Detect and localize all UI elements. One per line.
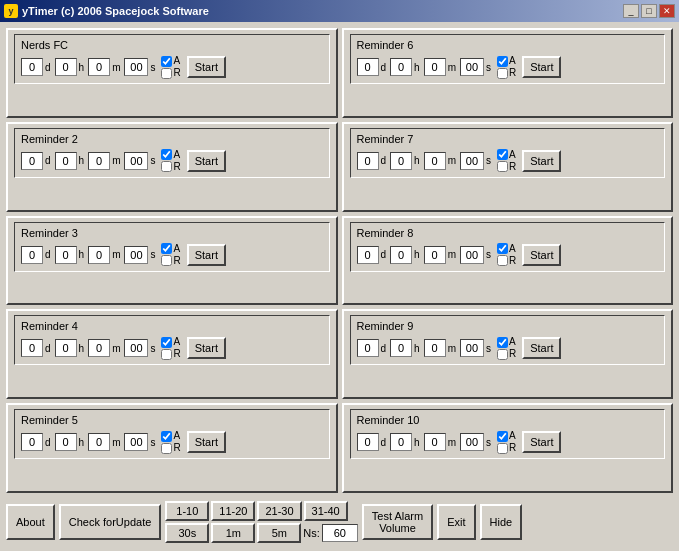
time-1m-button[interactable]: 1m xyxy=(211,523,255,543)
timer-10-name: Reminder 10 xyxy=(357,414,659,426)
timer-1-hours[interactable] xyxy=(55,58,77,76)
timer-5-check-a[interactable] xyxy=(161,431,172,442)
timer-3-seconds[interactable] xyxy=(124,246,148,264)
timer-8-seconds[interactable] xyxy=(460,246,484,264)
timer-9-seconds[interactable] xyxy=(460,339,484,357)
timer-8-check-r[interactable] xyxy=(497,255,508,266)
timer-1-days[interactable] xyxy=(21,58,43,76)
timer-4-days[interactable] xyxy=(21,339,43,357)
timer-4-check-r[interactable] xyxy=(161,349,172,360)
timer-10-hours[interactable] xyxy=(390,433,412,451)
ns-label: Ns: xyxy=(303,527,320,539)
timer-7-start-button[interactable]: Start xyxy=(522,150,561,172)
timer-9-start-button[interactable]: Start xyxy=(522,337,561,359)
timer-3-minutes[interactable] xyxy=(88,246,110,264)
timer-10-check-a[interactable] xyxy=(497,431,508,442)
timer-6-check-r[interactable] xyxy=(497,68,508,79)
timer-2-days[interactable] xyxy=(21,152,43,170)
timer-3-hours[interactable] xyxy=(55,246,77,264)
timer-3-check-a[interactable] xyxy=(161,243,172,254)
test-alarm-volume-button[interactable]: Test Alarm Volume xyxy=(362,504,433,540)
timers-grid: Nerds FC d h m s A xyxy=(6,28,673,493)
minimize-button[interactable]: _ xyxy=(623,4,639,18)
timer-1-minutes[interactable] xyxy=(88,58,110,76)
timer-2-minutes[interactable] xyxy=(88,152,110,170)
time-5m-button[interactable]: 5m xyxy=(257,523,301,543)
page-11-20-button[interactable]: 11-20 xyxy=(211,501,255,521)
timer-2-name: Reminder 2 xyxy=(21,133,323,145)
timer-4-check-a[interactable] xyxy=(161,337,172,348)
timer-10-start-button[interactable]: Start xyxy=(522,431,561,453)
timer-10-days[interactable] xyxy=(357,433,379,451)
timer-7-check-r[interactable] xyxy=(497,161,508,172)
timer-8-hours[interactable] xyxy=(390,246,412,264)
timer-9-hours[interactable] xyxy=(390,339,412,357)
timer-2-check-r[interactable] xyxy=(161,161,172,172)
timer-6-seconds[interactable] xyxy=(460,58,484,76)
timer-5-start-button[interactable]: Start xyxy=(187,431,226,453)
hide-button[interactable]: Hide xyxy=(480,504,523,540)
exit-button[interactable]: Exit xyxy=(437,504,475,540)
timer-4-seconds[interactable] xyxy=(124,339,148,357)
timer-2-checkboxes: A R xyxy=(161,149,180,173)
page-1-10-button[interactable]: 1-10 xyxy=(165,501,209,521)
timer-7-hours[interactable] xyxy=(390,152,412,170)
timer-2-start-button[interactable]: Start xyxy=(187,150,226,172)
timer-9-check-a[interactable] xyxy=(497,337,508,348)
timer-6-start-button[interactable]: Start xyxy=(522,56,561,78)
timer-8-start-button[interactable]: Start xyxy=(522,244,561,266)
timer-8-check-a[interactable] xyxy=(497,243,508,254)
timer-1-start-button[interactable]: Start xyxy=(187,56,226,78)
about-button[interactable]: About xyxy=(6,504,55,540)
timer-10-seconds[interactable] xyxy=(460,433,484,451)
timer-5-checkboxes: A R xyxy=(161,430,180,454)
timer-2-seconds[interactable] xyxy=(124,152,148,170)
close-button[interactable]: ✕ xyxy=(659,4,675,18)
timer-1-check-r[interactable] xyxy=(161,68,172,79)
timer-8-days[interactable] xyxy=(357,246,379,264)
timer-5-days[interactable] xyxy=(21,433,43,451)
timer-4-start-button[interactable]: Start xyxy=(187,337,226,359)
timer-1-seconds[interactable] xyxy=(124,58,148,76)
timer-1-checkboxes: A R xyxy=(161,55,180,79)
timer-3-days[interactable] xyxy=(21,246,43,264)
bottom-bar: About Check for Update 1-10 11-20 21-30 … xyxy=(6,497,673,545)
timer-6-days[interactable] xyxy=(357,58,379,76)
timer-3-check-r[interactable] xyxy=(161,255,172,266)
timer-10-checkboxes: A R xyxy=(497,430,516,454)
timer-4-hours[interactable] xyxy=(55,339,77,357)
timer-2-hours[interactable] xyxy=(55,152,77,170)
timer-8-minutes[interactable] xyxy=(424,246,446,264)
timer-10-minutes[interactable] xyxy=(424,433,446,451)
timer-9-check-r[interactable] xyxy=(497,349,508,360)
check-for-update-button[interactable]: Check for Update xyxy=(59,504,162,540)
timer-9-minutes[interactable] xyxy=(424,339,446,357)
page-21-30-button[interactable]: 21-30 xyxy=(257,501,301,521)
timer-6-hours[interactable] xyxy=(390,58,412,76)
timer-7-days[interactable] xyxy=(357,152,379,170)
timer-7-minutes[interactable] xyxy=(424,152,446,170)
timer-4-name: Reminder 4 xyxy=(21,320,323,332)
timer-1-check-a[interactable] xyxy=(161,56,172,67)
timer-9-name: Reminder 9 xyxy=(357,320,659,332)
timer-7-check-a[interactable] xyxy=(497,149,508,160)
page-31-40-button[interactable]: 31-40 xyxy=(304,501,348,521)
timer-4-minutes[interactable] xyxy=(88,339,110,357)
timer-3-start-button[interactable]: Start xyxy=(187,244,226,266)
timer-box-5: Reminder 5 d h m s A xyxy=(6,403,338,493)
ns-input[interactable] xyxy=(322,524,358,542)
timer-5-seconds[interactable] xyxy=(124,433,148,451)
title-bar-text: yTimer (c) 2006 Spacejock Software xyxy=(22,5,623,17)
timer-9-days[interactable] xyxy=(357,339,379,357)
maximize-button[interactable]: □ xyxy=(641,4,657,18)
timer-6-minutes[interactable] xyxy=(424,58,446,76)
timer-2-check-a[interactable] xyxy=(161,149,172,160)
timer-5-hours[interactable] xyxy=(55,433,77,451)
ns-group: Ns: xyxy=(303,523,358,543)
timer-5-check-r[interactable] xyxy=(161,443,172,454)
time-30s-button[interactable]: 30s xyxy=(165,523,209,543)
timer-6-check-a[interactable] xyxy=(497,56,508,67)
timer-5-minutes[interactable] xyxy=(88,433,110,451)
timer-10-check-r[interactable] xyxy=(497,443,508,454)
timer-7-seconds[interactable] xyxy=(460,152,484,170)
